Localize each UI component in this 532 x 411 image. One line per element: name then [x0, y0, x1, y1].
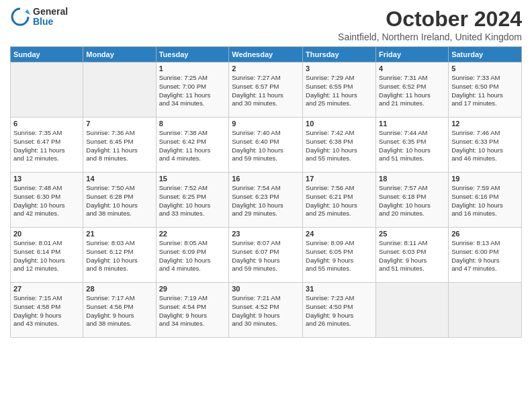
calendar-cell — [83, 62, 156, 118]
day-info: Sunrise: 7:42 AM Sunset: 6:38 PM Dayligh… — [306, 129, 373, 163]
calendar-cell: 15Sunrise: 7:52 AM Sunset: 6:25 PM Dayli… — [156, 173, 229, 228]
day-header-wednesday: Wednesday — [229, 47, 303, 62]
calendar-cell — [449, 283, 522, 338]
calendar-cell: 18Sunrise: 7:57 AM Sunset: 6:18 PM Dayli… — [376, 173, 449, 228]
day-header-thursday: Thursday — [303, 47, 376, 62]
calendar-cell: 14Sunrise: 7:50 AM Sunset: 6:28 PM Dayli… — [83, 173, 156, 228]
day-header-monday: Monday — [83, 47, 156, 62]
day-info: Sunrise: 7:50 AM Sunset: 6:28 PM Dayligh… — [86, 184, 152, 218]
day-number: 24 — [306, 230, 373, 238]
calendar-week-row: 27Sunrise: 7:15 AM Sunset: 4:58 PM Dayli… — [11, 283, 522, 338]
calendar-week-row: 6Sunrise: 7:35 AM Sunset: 6:47 PM Daylig… — [11, 118, 522, 173]
calendar-cell: 7Sunrise: 7:36 AM Sunset: 6:45 PM Daylig… — [83, 118, 156, 173]
calendar-cell: 1Sunrise: 7:25 AM Sunset: 7:00 PM Daylig… — [156, 62, 229, 118]
day-header-sunday: Sunday — [11, 47, 83, 62]
calendar-cell: 31Sunrise: 7:23 AM Sunset: 4:50 PM Dayli… — [303, 283, 376, 338]
calendar-cell: 3Sunrise: 7:29 AM Sunset: 6:55 PM Daylig… — [303, 62, 376, 118]
calendar-cell: 20Sunrise: 8:01 AM Sunset: 6:14 PM Dayli… — [11, 228, 83, 283]
day-number: 10 — [306, 120, 373, 128]
calendar-cell: 25Sunrise: 8:11 AM Sunset: 6:03 PM Dayli… — [376, 228, 449, 283]
calendar-cell: 13Sunrise: 7:48 AM Sunset: 6:30 PM Dayli… — [11, 173, 83, 228]
day-header-tuesday: Tuesday — [156, 47, 229, 62]
calendar-week-row: 1Sunrise: 7:25 AM Sunset: 7:00 PM Daylig… — [11, 62, 522, 118]
day-number: 7 — [86, 120, 152, 128]
calendar-cell: 26Sunrise: 8:13 AM Sunset: 6:00 PM Dayli… — [449, 228, 522, 283]
logo-general: General — [33, 7, 68, 17]
day-number: 18 — [379, 175, 445, 183]
location-subtitle: Saintfield, Northern Ireland, United Kin… — [338, 32, 522, 42]
day-info: Sunrise: 7:19 AM Sunset: 4:54 PM Dayligh… — [159, 294, 226, 328]
day-number: 23 — [232, 230, 300, 238]
day-info: Sunrise: 7:35 AM Sunset: 6:47 PM Dayligh… — [13, 129, 80, 163]
calendar-cell: 11Sunrise: 7:44 AM Sunset: 6:35 PM Dayli… — [376, 118, 449, 173]
title-area: October 2024 Saintfield, Northern Irelan… — [338, 7, 522, 42]
day-number: 19 — [451, 175, 519, 183]
day-info: Sunrise: 7:27 AM Sunset: 6:57 PM Dayligh… — [232, 74, 300, 108]
calendar-cell: 27Sunrise: 7:15 AM Sunset: 4:58 PM Dayli… — [11, 283, 83, 338]
day-info: Sunrise: 7:36 AM Sunset: 6:45 PM Dayligh… — [86, 129, 152, 163]
day-header-saturday: Saturday — [449, 47, 522, 62]
calendar-table: SundayMondayTuesdayWednesdayThursdayFrid… — [10, 46, 522, 338]
day-info: Sunrise: 7:56 AM Sunset: 6:21 PM Dayligh… — [306, 184, 373, 218]
day-info: Sunrise: 7:17 AM Sunset: 4:56 PM Dayligh… — [86, 294, 152, 328]
day-number: 31 — [306, 285, 373, 293]
month-title: October 2024 — [338, 7, 522, 32]
calendar-cell: 19Sunrise: 7:59 AM Sunset: 6:16 PM Dayli… — [449, 173, 522, 228]
day-number: 8 — [159, 120, 226, 128]
day-number: 5 — [451, 64, 519, 73]
day-number: 22 — [159, 230, 226, 238]
header: General Blue October 2024 Saintfield, No… — [10, 7, 522, 42]
calendar-cell — [376, 283, 449, 338]
logo-icon — [10, 7, 30, 27]
day-info: Sunrise: 7:38 AM Sunset: 6:42 PM Dayligh… — [159, 129, 226, 163]
day-number: 25 — [379, 230, 445, 238]
day-info: Sunrise: 8:03 AM Sunset: 6:12 PM Dayligh… — [86, 239, 152, 273]
day-info: Sunrise: 7:54 AM Sunset: 6:23 PM Dayligh… — [232, 184, 300, 218]
calendar-week-row: 20Sunrise: 8:01 AM Sunset: 6:14 PM Dayli… — [11, 228, 522, 283]
day-info: Sunrise: 7:52 AM Sunset: 6:25 PM Dayligh… — [159, 184, 226, 218]
calendar-cell: 30Sunrise: 7:21 AM Sunset: 4:52 PM Dayli… — [229, 283, 303, 338]
calendar-cell: 12Sunrise: 7:46 AM Sunset: 6:33 PM Dayli… — [449, 118, 522, 173]
day-number: 27 — [13, 285, 80, 293]
day-info: Sunrise: 8:07 AM Sunset: 6:07 PM Dayligh… — [232, 239, 300, 273]
calendar-cell: 2Sunrise: 7:27 AM Sunset: 6:57 PM Daylig… — [229, 62, 303, 118]
calendar-cell: 23Sunrise: 8:07 AM Sunset: 6:07 PM Dayli… — [229, 228, 303, 283]
day-number: 6 — [13, 120, 80, 128]
calendar-cell: 4Sunrise: 7:31 AM Sunset: 6:52 PM Daylig… — [376, 62, 449, 118]
logo-blue: Blue — [33, 17, 68, 27]
day-number: 16 — [232, 175, 300, 183]
day-info: Sunrise: 7:48 AM Sunset: 6:30 PM Dayligh… — [13, 184, 80, 218]
day-number: 15 — [159, 175, 226, 183]
day-number: 30 — [232, 285, 300, 293]
day-number: 26 — [451, 230, 519, 238]
day-info: Sunrise: 8:09 AM Sunset: 6:05 PM Dayligh… — [306, 239, 373, 273]
calendar-cell: 9Sunrise: 7:40 AM Sunset: 6:40 PM Daylig… — [229, 118, 303, 173]
day-info: Sunrise: 7:23 AM Sunset: 4:50 PM Dayligh… — [306, 294, 373, 328]
day-info: Sunrise: 8:13 AM Sunset: 6:00 PM Dayligh… — [451, 239, 519, 273]
day-number: 12 — [451, 120, 519, 128]
day-info: Sunrise: 7:29 AM Sunset: 6:55 PM Dayligh… — [306, 74, 373, 108]
day-info: Sunrise: 8:01 AM Sunset: 6:14 PM Dayligh… — [13, 239, 80, 273]
day-number: 29 — [159, 285, 226, 293]
day-number: 21 — [86, 230, 152, 238]
calendar-cell: 28Sunrise: 7:17 AM Sunset: 4:56 PM Dayli… — [83, 283, 156, 338]
day-number: 4 — [379, 64, 445, 73]
day-number: 11 — [379, 120, 445, 128]
day-number: 28 — [86, 285, 152, 293]
day-info: Sunrise: 7:31 AM Sunset: 6:52 PM Dayligh… — [379, 74, 445, 108]
day-info: Sunrise: 7:21 AM Sunset: 4:52 PM Dayligh… — [232, 294, 300, 328]
day-info: Sunrise: 8:05 AM Sunset: 6:09 PM Dayligh… — [159, 239, 226, 273]
calendar-cell: 10Sunrise: 7:42 AM Sunset: 6:38 PM Dayli… — [303, 118, 376, 173]
calendar-cell: 17Sunrise: 7:56 AM Sunset: 6:21 PM Dayli… — [303, 173, 376, 228]
logo: General Blue — [10, 7, 68, 28]
day-number: 13 — [13, 175, 80, 183]
calendar-cell: 22Sunrise: 8:05 AM Sunset: 6:09 PM Dayli… — [156, 228, 229, 283]
calendar-header-row: SundayMondayTuesdayWednesdayThursdayFrid… — [11, 47, 522, 62]
day-number: 14 — [86, 175, 152, 183]
calendar-cell: 5Sunrise: 7:33 AM Sunset: 6:50 PM Daylig… — [449, 62, 522, 118]
day-number: 3 — [306, 64, 373, 73]
day-number: 2 — [232, 64, 300, 73]
day-number: 20 — [13, 230, 80, 238]
logo-text: General Blue — [33, 7, 68, 28]
day-header-friday: Friday — [376, 47, 449, 62]
